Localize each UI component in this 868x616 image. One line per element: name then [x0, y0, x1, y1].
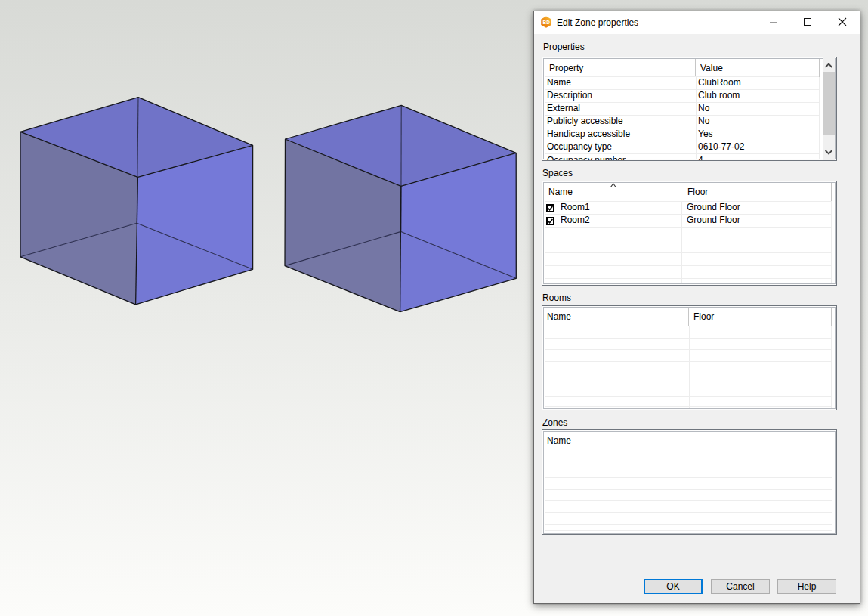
svg-text:BD: BD	[543, 20, 551, 25]
